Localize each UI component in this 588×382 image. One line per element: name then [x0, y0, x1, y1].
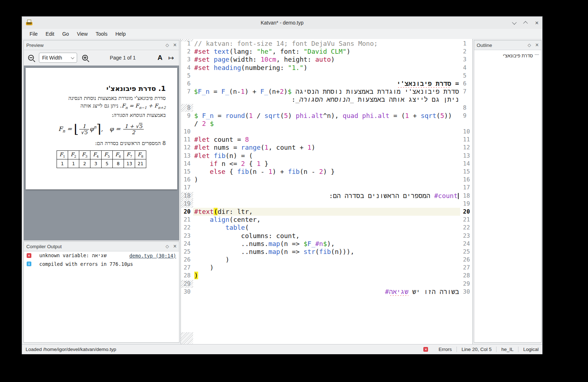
code-line-27[interactable]: 27 )27 [181, 264, 472, 272]
code-line-9[interactable]: 9$ F_n = round(1 / sqrt(5) phi.alt^n), q… [181, 112, 472, 120]
code-text[interactable]: ) [193, 272, 460, 280]
code-text[interactable] [193, 200, 460, 208]
menu-go[interactable]: Go [58, 29, 73, 39]
code-editor[interactable]: 1// katvan: font-size 14; font DejaVu Sa… [181, 39, 473, 344]
code-line-1[interactable]: 1// katvan: font-size 14; font DejaVu Sa… [181, 40, 472, 48]
code-line-16[interactable]: 16)16 [181, 176, 472, 184]
code-text[interactable]: $ F_n = round(1 / sqrt(5) phi.alt^n), qu… [193, 112, 460, 120]
code-text[interactable] [193, 184, 460, 192]
title-bar[interactable]: Katvan* - demo.typ × [22, 17, 542, 29]
code-text[interactable]: #set page(width: 10cm, height: auto) [193, 56, 460, 63]
code-line-28[interactable]: 28)28 [181, 272, 472, 280]
code-text[interactable]: #text(dir: ltr, [193, 208, 460, 216]
code-line-21[interactable]: 21 align(center,21 [181, 216, 472, 224]
code-line-29[interactable]: 2929 [181, 280, 472, 288]
code-line-7[interactable]: ניתן גם לייצג אותה באמצעות _הנוסחא הסגור… [181, 96, 472, 104]
close-panel-icon[interactable]: × [173, 42, 177, 48]
table-value-cell: 13 [124, 159, 135, 168]
code-text[interactable]: #let count = 8 [193, 136, 460, 144]
compiler-message[interactable]: icompiled with errors in 776.10µs [24, 260, 179, 268]
emphasis-text: הנוסחא הסגורה [113, 112, 145, 118]
bidi-mode-indicator[interactable]: Logical [523, 347, 539, 352]
code-text[interactable] [193, 72, 460, 80]
zoom-mode-select[interactable]: Fit Width [39, 53, 77, 63]
close-icon[interactable]: × [535, 20, 539, 26]
code-text[interactable] [193, 104, 460, 112]
locale-indicator[interactable]: he_IL [501, 347, 513, 352]
code-text[interactable]: ניתן גם לייצג אותה באמצעות _הנוסחא הסגור… [193, 96, 460, 104]
code-line-19[interactable]: 1919 [181, 200, 472, 208]
code-line-13[interactable]: 13#let fib(n) = (13 [181, 152, 472, 160]
code-text[interactable]: #let fib(n) = ( [193, 152, 460, 160]
float-panel-icon[interactable]: ◇ [165, 43, 169, 47]
code-text[interactable]: #let nums = range(1, count + 1) [193, 144, 460, 152]
float-panel-icon[interactable]: ◇ [527, 43, 531, 47]
float-panel-icon[interactable]: ◇ [165, 244, 169, 249]
code-line-10[interactable]: 1010 [181, 128, 472, 136]
menu-tools[interactable]: Tools [92, 29, 111, 39]
code-text[interactable]: table( [193, 224, 460, 232]
code-line-25[interactable]: 25 ..nums.map(n => str(fib(n))),25 [181, 248, 472, 256]
code-line-14[interactable]: 14 if n <= 2 { 1 }14 [181, 160, 472, 168]
code-line-23[interactable]: 23 columns: count,23 [181, 232, 472, 240]
code-text[interactable]: align(center, [193, 216, 460, 224]
follow-cursor-icon[interactable]: ↦ [168, 54, 174, 62]
invert-colors-icon[interactable]: A [157, 54, 162, 62]
errors-indicator[interactable]: ✕ Errors [423, 347, 452, 352]
code-line-30[interactable]: 30בשורה הזו יש #שגיאה30 [181, 288, 472, 296]
code-line-22[interactable]: 22 table(22 [181, 224, 472, 232]
menu-file[interactable]: File [26, 29, 42, 39]
line-number-left: 19 [181, 200, 193, 208]
code-text[interactable]: ..nums.map(n => str(fib(n))), [193, 248, 460, 256]
line-number-left: 2 [181, 48, 193, 56]
code-text[interactable]: ) [193, 264, 460, 272]
code-text[interactable]: #set heading(numbering: "1.") [193, 64, 460, 72]
close-panel-icon[interactable]: × [535, 42, 539, 48]
preview-viewport[interactable]: 1. סדרת פיבונאצ'י סדרת פיבונאצ'י מוגדרת … [24, 66, 179, 240]
code-text[interactable]: ) [193, 256, 460, 264]
code-line-17[interactable]: 1717 [181, 184, 472, 192]
code-text[interactable]: // katvan: font-size 14; font DejaVu San… [193, 40, 460, 48]
minimize-icon[interactable] [512, 20, 517, 25]
code-text[interactable]: ) [193, 176, 460, 184]
maximize-icon[interactable] [523, 21, 528, 26]
code-line-26[interactable]: 26 )26 [181, 256, 472, 264]
code-line-5[interactable]: 55 [181, 72, 472, 80]
code-line-7[interactable]: 7סדרת פיבונאצ'י מוגדרת באמצעות נוסחת הנס… [181, 88, 472, 96]
code-line-18[interactable]: 18#count המספרים הראשונים בסדרה הם:18 [181, 192, 472, 200]
code-text[interactable]: #count המספרים הראשונים בסדרה הם: [193, 192, 460, 200]
code-text[interactable] [193, 128, 460, 136]
code-line-20[interactable]: 20#text(dir: ltr,20 [181, 208, 472, 216]
code-line-8[interactable]: 88 [181, 104, 472, 112]
error-location-link[interactable]: demo.typ (30:14) [129, 253, 176, 259]
close-panel-icon[interactable]: × [173, 243, 177, 249]
code-line-11[interactable]: 11#let count = 811 [181, 136, 472, 144]
code-text[interactable]: #set text(lang: "he", font: "David CLM") [193, 48, 460, 56]
code-text[interactable]: = סדרת פיבונאצ'י [193, 80, 460, 88]
code-line-9[interactable]: / 2 $ [181, 120, 472, 128]
outline-item[interactable]: סדרת פיבונאצ'י [474, 50, 541, 58]
code-line-4[interactable]: 4#set heading(numbering: "1.")4 [181, 64, 472, 72]
code-line-24[interactable]: 24 ..nums.map(n => $F_#n$),24 [181, 240, 472, 248]
code-text[interactable]: ..nums.map(n => $F_#n$), [193, 240, 460, 248]
compiler-message[interactable]: ✕unknown variable: שגיאהdemo.typ (30:14) [24, 251, 179, 260]
zoom-out-icon[interactable] [28, 55, 34, 61]
code-text[interactable]: if n <= 2 { 1 } [193, 160, 460, 168]
code-text[interactable]: בשורה הזו יש #שגיאה [193, 288, 460, 296]
cursor-position[interactable]: Line 20, Col 5 [462, 347, 491, 352]
code-text[interactable]: סדרת פיבונאצ'י מוגדרת באמצעות נוסחת הנסי… [193, 88, 460, 96]
code-text[interactable]: / 2 $ [193, 120, 460, 128]
menu-edit[interactable]: Edit [42, 29, 58, 39]
code-line-6[interactable]: 6= סדרת פיבונאצ'י6 [181, 80, 472, 88]
menu-help[interactable]: Help [111, 29, 130, 39]
code-line-2[interactable]: 2#set text(lang: "he", font: "David CLM"… [181, 48, 472, 56]
tree-branch-icon[interactable] [535, 54, 539, 57]
code-text[interactable]: columns: count, [193, 232, 460, 240]
zoom-in-icon[interactable] [82, 55, 88, 61]
code-line-3[interactable]: 3#set page(width: 10cm, height: auto)3 [181, 56, 472, 63]
code-text[interactable] [193, 280, 460, 288]
menu-view[interactable]: View [73, 29, 92, 39]
code-text[interactable]: else { fib(n - 1) + fib(n - 2) } [193, 168, 460, 176]
code-line-15[interactable]: 15 else { fib(n - 1) + fib(n - 2) }15 [181, 168, 472, 176]
code-line-12[interactable]: 12#let nums = range(1, count + 1)12 [181, 144, 472, 152]
